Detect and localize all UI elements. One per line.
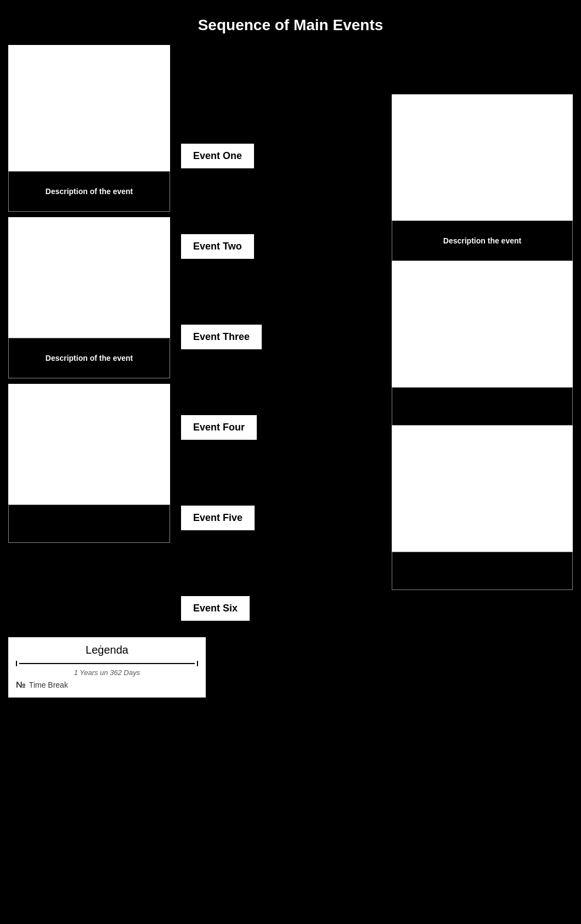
mid-column: Event One Event Two Event Three Event Fo… xyxy=(170,45,307,621)
left-desc-2: Description of the event xyxy=(8,338,170,378)
left-desc-1: Description of the event xyxy=(8,171,170,212)
right-desc-1: Description the event xyxy=(392,220,573,261)
legend-box: Leġenda 1 Years un 362 Days № Time Break xyxy=(8,637,206,698)
left-image-2 xyxy=(8,217,170,338)
left-image-3 xyxy=(8,384,170,504)
legend-break-label: Time Break xyxy=(29,681,68,689)
legend-timeline xyxy=(16,661,198,666)
event-three-label: Event Three xyxy=(181,325,262,349)
left-image-1 xyxy=(8,45,170,171)
legend-tick-left xyxy=(16,661,17,666)
event-two-label: Event Two xyxy=(181,234,254,259)
left-desc-empty xyxy=(8,504,170,543)
right-image-3 xyxy=(392,426,573,552)
right-image-1 xyxy=(392,94,573,220)
right-image-2 xyxy=(392,261,573,387)
legend-line xyxy=(19,663,195,664)
right-desc-empty-1 xyxy=(392,387,573,426)
left-column: Description of the event Description of … xyxy=(8,45,170,621)
legend-tick-right xyxy=(197,661,198,666)
right-desc-empty-2 xyxy=(392,552,573,590)
legend-years: 1 Years un 362 Days xyxy=(16,668,198,677)
event-five-label: Event Five xyxy=(181,506,255,530)
event-six-label: Event Six xyxy=(181,596,250,621)
legend-break: № Time Break xyxy=(16,680,198,690)
legend-title: Leġenda xyxy=(16,644,198,656)
event-one-label: Event One xyxy=(181,144,254,168)
hash-icon: № xyxy=(16,680,26,690)
right-column: Description the event xyxy=(392,45,573,621)
event-four-label: Event Four xyxy=(181,415,257,440)
page-title: Sequence of Main Events xyxy=(0,0,581,45)
